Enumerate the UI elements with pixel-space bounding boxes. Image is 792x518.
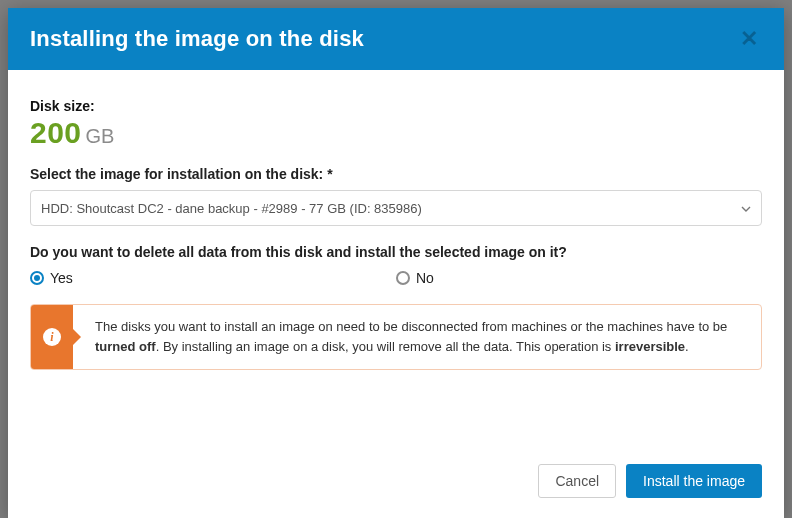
image-select[interactable]: HDD: Shoutcast DC2 - dane backup - #2989… [30,190,762,226]
close-icon[interactable]: ✕ [736,28,762,50]
cancel-button[interactable]: Cancel [538,464,616,498]
alert-text-post: . [685,339,689,354]
radio-no[interactable]: No [396,270,762,286]
radio-yes-indicator [30,271,44,285]
disk-size-section: Disk size: 200GB [30,98,762,148]
radio-yes-label: Yes [50,270,73,286]
radio-yes[interactable]: Yes [30,270,396,286]
disk-size-unit: GB [86,125,115,147]
info-icon: i [43,328,61,346]
modal-footer: Cancel Install the image [8,450,784,518]
alert-icon-box: i [31,305,73,369]
disk-size-value-row: 200GB [30,118,762,148]
alert-text-bold2: irreversible [615,339,685,354]
alert-text-pre: The disks you want to install an image o… [95,319,727,334]
install-image-button[interactable]: Install the image [626,464,762,498]
modal-body: Disk size: 200GB Select the image for in… [8,70,784,450]
alert-text-bold1: turned off [95,339,156,354]
radio-no-label: No [416,270,434,286]
alert-text-mid: . By installing an image on a disk, you … [156,339,615,354]
alert-text: The disks you want to install an image o… [73,305,761,369]
modal-header: Installing the image on the disk ✕ [8,8,784,70]
disk-size-value: 200 [30,116,82,149]
confirm-radio-group: Yes No [30,270,762,286]
radio-no-indicator [396,271,410,285]
modal-title: Installing the image on the disk [30,26,364,52]
confirm-question: Do you want to delete all data from this… [30,244,762,260]
image-select-label: Select the image for installation on the… [30,166,762,182]
install-image-modal: Installing the image on the disk ✕ Disk … [8,8,784,518]
chevron-down-icon [741,203,751,214]
disk-size-label: Disk size: [30,98,762,114]
image-select-value: HDD: Shoutcast DC2 - dane backup - #2989… [41,201,422,216]
warning-alert: i The disks you want to install an image… [30,304,762,370]
